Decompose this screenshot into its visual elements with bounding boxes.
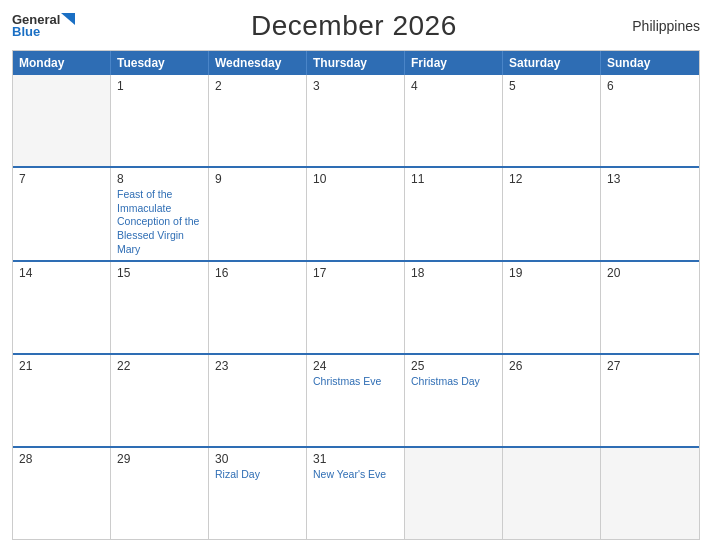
day-cell: 7 xyxy=(13,168,111,260)
day-number: 6 xyxy=(607,79,693,93)
holiday-name: Feast of the Immaculate Conception of th… xyxy=(117,188,202,256)
svg-marker-0 xyxy=(61,13,75,25)
day-number: 4 xyxy=(411,79,496,93)
day-cell: 10 xyxy=(307,168,405,260)
week-row-5: 282930Rizal Day31New Year's Eve xyxy=(13,446,699,539)
day-number: 27 xyxy=(607,359,693,373)
day-number: 16 xyxy=(215,266,300,280)
week-row-3: 14151617181920 xyxy=(13,260,699,353)
day-cell: 27 xyxy=(601,355,699,446)
day-number: 12 xyxy=(509,172,594,186)
day-cell xyxy=(13,75,111,166)
day-cell xyxy=(405,448,503,539)
day-number: 2 xyxy=(215,79,300,93)
day-number: 19 xyxy=(509,266,594,280)
logo-blue: Blue xyxy=(12,25,75,39)
day-cell: 23 xyxy=(209,355,307,446)
day-cell: 29 xyxy=(111,448,209,539)
day-cell: 18 xyxy=(405,262,503,353)
day-cell: 28 xyxy=(13,448,111,539)
day-number: 26 xyxy=(509,359,594,373)
header-tuesday: Tuesday xyxy=(111,51,209,75)
holiday-name: Christmas Day xyxy=(411,375,496,389)
day-number: 31 xyxy=(313,452,398,466)
day-number: 11 xyxy=(411,172,496,186)
day-cell: 24Christmas Eve xyxy=(307,355,405,446)
day-cell: 9 xyxy=(209,168,307,260)
day-cell: 22 xyxy=(111,355,209,446)
logo-triangle-icon xyxy=(61,13,75,25)
header-sunday: Sunday xyxy=(601,51,699,75)
day-cell: 30Rizal Day xyxy=(209,448,307,539)
week-row-1: 123456 xyxy=(13,75,699,166)
day-cell: 6 xyxy=(601,75,699,166)
holiday-name: Christmas Eve xyxy=(313,375,398,389)
week-row-4: 21222324Christmas Eve25Christmas Day2627 xyxy=(13,353,699,446)
day-number: 10 xyxy=(313,172,398,186)
header-friday: Friday xyxy=(405,51,503,75)
day-cell: 4 xyxy=(405,75,503,166)
day-cell: 16 xyxy=(209,262,307,353)
day-number: 13 xyxy=(607,172,693,186)
day-cell: 1 xyxy=(111,75,209,166)
day-cell: 31New Year's Eve xyxy=(307,448,405,539)
day-headers: Monday Tuesday Wednesday Thursday Friday… xyxy=(13,51,699,75)
day-cell: 14 xyxy=(13,262,111,353)
day-cell xyxy=(503,448,601,539)
holiday-name: New Year's Eve xyxy=(313,468,398,482)
day-number: 14 xyxy=(19,266,104,280)
header-monday: Monday xyxy=(13,51,111,75)
calendar-grid: Monday Tuesday Wednesday Thursday Friday… xyxy=(12,50,700,540)
day-number: 15 xyxy=(117,266,202,280)
day-number: 24 xyxy=(313,359,398,373)
day-number: 21 xyxy=(19,359,104,373)
day-cell: 21 xyxy=(13,355,111,446)
day-number: 8 xyxy=(117,172,202,186)
day-number: 20 xyxy=(607,266,693,280)
day-cell: 25Christmas Day xyxy=(405,355,503,446)
header: General Blue December 2026 Philippines xyxy=(12,10,700,42)
day-number: 18 xyxy=(411,266,496,280)
day-cell: 26 xyxy=(503,355,601,446)
header-saturday: Saturday xyxy=(503,51,601,75)
day-cell: 11 xyxy=(405,168,503,260)
month-title: December 2026 xyxy=(251,10,457,42)
country-label: Philippines xyxy=(632,18,700,34)
day-number: 7 xyxy=(19,172,104,186)
day-cell: 19 xyxy=(503,262,601,353)
day-cell: 3 xyxy=(307,75,405,166)
logo: General Blue xyxy=(12,13,75,40)
weeks-container: 12345678Feast of the Immaculate Concepti… xyxy=(13,75,699,539)
day-number: 5 xyxy=(509,79,594,93)
day-cell: 15 xyxy=(111,262,209,353)
day-number: 29 xyxy=(117,452,202,466)
holiday-name: Rizal Day xyxy=(215,468,300,482)
day-number: 28 xyxy=(19,452,104,466)
day-number: 30 xyxy=(215,452,300,466)
day-cell: 13 xyxy=(601,168,699,260)
day-cell: 17 xyxy=(307,262,405,353)
day-cell xyxy=(601,448,699,539)
day-number: 9 xyxy=(215,172,300,186)
day-number: 25 xyxy=(411,359,496,373)
day-cell: 20 xyxy=(601,262,699,353)
day-cell: 12 xyxy=(503,168,601,260)
day-number: 17 xyxy=(313,266,398,280)
day-number: 1 xyxy=(117,79,202,93)
day-number: 22 xyxy=(117,359,202,373)
day-number: 3 xyxy=(313,79,398,93)
day-cell: 2 xyxy=(209,75,307,166)
day-number: 23 xyxy=(215,359,300,373)
day-cell: 8Feast of the Immaculate Conception of t… xyxy=(111,168,209,260)
header-wednesday: Wednesday xyxy=(209,51,307,75)
day-cell: 5 xyxy=(503,75,601,166)
week-row-2: 78Feast of the Immaculate Conception of … xyxy=(13,166,699,260)
header-thursday: Thursday xyxy=(307,51,405,75)
calendar-container: General Blue December 2026 Philippines M… xyxy=(0,0,712,550)
